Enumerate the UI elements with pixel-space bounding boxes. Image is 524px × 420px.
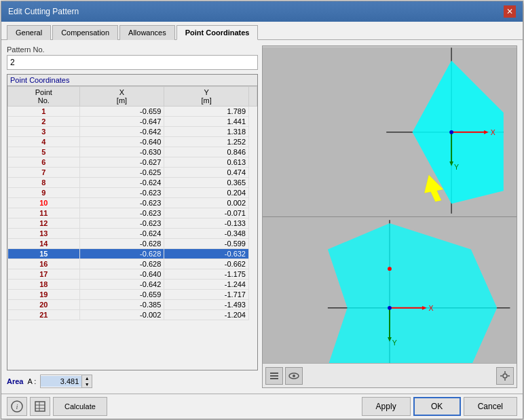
close-button[interactable]: ✕ [504,5,516,18]
table-row[interactable]: 14-0.628-0.599 [8,239,257,249]
table-row[interactable]: 4-0.6401.252 [8,137,257,147]
pattern-no-label: Pattern No. [7,45,258,54]
table-row[interactable]: 18-0.642-1.244 [8,280,257,290]
col-header-extra [249,87,257,107]
svg-rect-27 [270,375,278,377]
point-coords-label: Point Coordinates [7,75,257,86]
svg-text:Y: Y [392,339,397,347]
svg-rect-38 [35,402,45,411]
cell-x: -0.623 [79,198,164,208]
cell-point-no: 19 [8,290,80,300]
svg-text:Y: Y [454,163,459,171]
cell-x: -0.642 [79,280,164,290]
col-header-x: X[m] [79,87,164,107]
cell-point-no: 8 [8,178,80,188]
svg-point-30 [293,375,295,377]
area-decrement[interactable]: ▼ [82,381,92,387]
cell-point-no: 15 [8,249,80,259]
cell-x: -0.640 [79,137,164,147]
cell-x: -0.624 [79,229,164,239]
area-input-wrap: ▲ ▼ [40,375,92,388]
cell-x: -0.624 [79,178,164,188]
table-row[interactable]: 7-0.6250.474 [8,168,257,178]
cell-y: -0.599 [164,239,249,249]
table-row[interactable]: 17-0.640-1.175 [8,269,257,280]
tab-allowances[interactable]: Allowances [119,25,175,40]
cell-x: -0.659 [79,107,164,117]
area-input[interactable] [41,376,81,387]
area-spinner: ▲ ▼ [81,375,92,387]
eye-icon-button[interactable] [285,367,303,385]
cell-point-no: 4 [8,137,80,147]
cell-point-no: 18 [8,280,80,290]
cell-x: -0.628 [79,259,164,269]
table-row[interactable]: 8-0.6240.365 [8,178,257,188]
area-increment[interactable]: ▲ [82,375,92,381]
tab-general[interactable]: General [7,25,51,40]
cell-y: -0.348 [164,229,249,239]
layer-icon-button[interactable] [265,367,283,385]
area-colon: A : [27,377,36,385]
table-row[interactable]: 15-0.628-0.632 [8,249,257,259]
svg-rect-26 [270,373,278,374]
tabs-bar: General Compensation Allowances Point Co… [1,22,523,40]
settings-icon-button[interactable] [496,367,514,385]
cell-y: -1.493 [164,300,249,310]
pattern-no-input[interactable] [7,55,258,70]
right-icon-group-left [265,367,303,385]
ok-button[interactable]: OK [413,397,461,416]
info-icon-button[interactable]: i [7,397,27,416]
cell-y: -0.133 [164,218,249,229]
cell-x: -0.625 [79,168,164,178]
table-row[interactable]: 10-0.6230.002 [8,198,257,208]
table-row[interactable]: 9-0.6230.204 [8,188,257,198]
cancel-button[interactable]: Cancel [464,397,517,416]
bottom-toolbar: i Calculate Apply OK Cancel [1,394,523,419]
tab-point-coordinates[interactable]: Point Coordinates [176,25,259,40]
point-coords-section: Point Coordinates PointNo. X[m] Y[m] [7,74,258,370]
svg-text:i: i [16,402,18,411]
cell-y: 1.789 [164,107,249,117]
table-row[interactable]: 3-0.6421.318 [8,127,257,137]
table-icon-button[interactable] [30,397,50,416]
table-row[interactable]: 13-0.624-0.348 [8,229,257,239]
svg-point-24 [388,306,392,310]
cell-point-no: 16 [8,259,80,269]
cell-y: -1.244 [164,280,249,290]
table-row[interactable]: 6-0.6270.613 [8,157,257,168]
cell-y: -1.175 [164,269,249,280]
table-row[interactable]: 16-0.628-0.662 [8,259,257,269]
table-row[interactable]: 20-0.385-1.493 [8,300,257,310]
cell-point-no: 9 [8,188,80,198]
table-row[interactable]: 19-0.659-1.717 [8,290,257,300]
table-row[interactable]: 1-0.6591.789 [8,107,257,117]
table-container[interactable]: PointNo. X[m] Y[m] 1-0.6591.7892-0.6471.… [7,86,257,370]
apply-button[interactable]: Apply [362,397,411,416]
cell-y: 0.846 [164,147,249,157]
table-row[interactable]: 21-0.002-1.204 [8,310,257,320]
cell-point-no: 6 [8,157,80,168]
calculate-button[interactable]: Calculate [53,397,107,416]
cell-x: -0.002 [79,310,164,320]
cell-point-no: 20 [8,300,80,310]
svg-point-31 [503,374,507,378]
cell-y: 0.474 [164,168,249,178]
title-bar: Edit Cutting Pattern ✕ [1,1,523,22]
table-row[interactable]: 5-0.6300.846 [8,147,257,157]
table-row[interactable]: 11-0.623-0.071 [8,208,257,218]
tab-compensation[interactable]: Compensation [52,25,118,40]
cell-y: 0.204 [164,188,249,198]
col-header-y: Y[m] [164,87,249,107]
right-panel-bottom-bar [263,363,517,387]
area-section: Area A : ▲ ▼ [7,375,258,388]
cell-x: -0.642 [79,127,164,137]
table-row[interactable]: 2-0.6471.441 [8,117,257,127]
coordinates-table: PointNo. X[m] Y[m] 1-0.6591.7892-0.6471.… [7,86,257,320]
cell-x: -0.623 [79,188,164,198]
cell-y: -0.071 [164,208,249,218]
cell-point-no: 14 [8,239,80,249]
svg-point-25 [388,267,392,271]
bottom-toolbar-left: i Calculate [7,397,107,416]
cell-point-no: 1 [8,107,80,117]
table-row[interactable]: 12-0.623-0.133 [8,218,257,229]
